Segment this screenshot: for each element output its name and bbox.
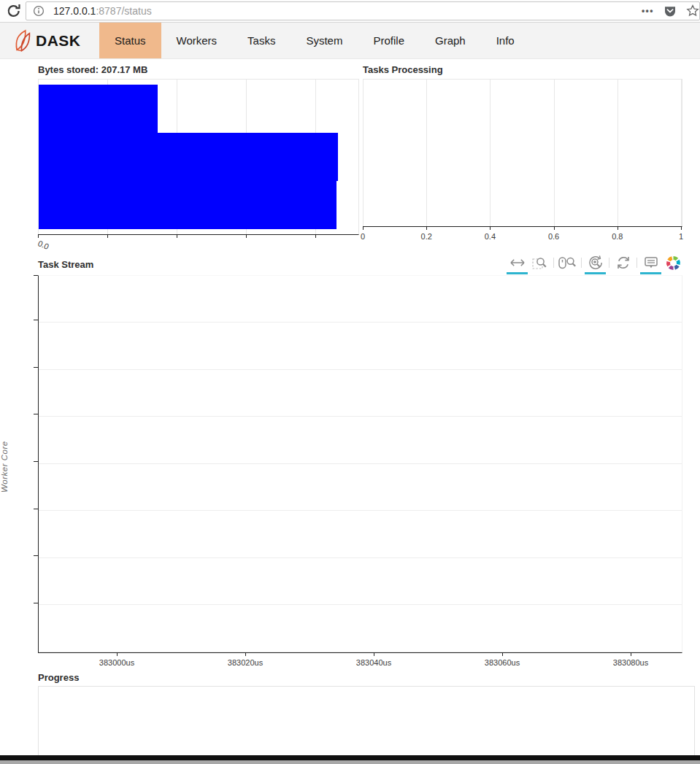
task-stream-title: Task Stream (38, 259, 93, 270)
tab-graph[interactable]: Graph (420, 23, 481, 58)
pocket-icon[interactable] (664, 4, 677, 18)
zoom-in-tool-button[interactable] (586, 255, 604, 271)
axis-tick-label: 0 (361, 232, 365, 241)
stored-bytes-bar (39, 85, 158, 133)
bookmark-star-icon[interactable] (686, 4, 699, 18)
axis-tick-label: 383040us (356, 658, 391, 667)
url-text[interactable]: 127.0.0.1:8787/status (53, 5, 642, 17)
axis-tick (38, 234, 39, 238)
axis-tick (34, 603, 38, 603)
reset-icon (616, 255, 631, 270)
url-host: 127.0.0.1 (53, 5, 96, 17)
browser-toolbar: 127.0.0.1:8787/status ••• (0, 0, 700, 23)
axis-tick (34, 509, 38, 509)
box-zoom-icon (532, 255, 547, 271)
toolbar-separator (553, 258, 554, 268)
toolbar-separator (581, 258, 582, 268)
tab-tasks[interactable]: Tasks (232, 23, 291, 58)
axis-tick (618, 226, 618, 230)
axis-tick (34, 555, 38, 556)
axis-tick (245, 652, 246, 656)
bytes-stored-bars (39, 85, 358, 229)
bokeh-logo-icon (666, 255, 681, 271)
page-actions: ••• (642, 4, 699, 18)
axis-tick (34, 461, 38, 462)
bytes-stored-xaxis: 0.0 (38, 234, 358, 256)
hover-tool-button[interactable] (642, 255, 660, 271)
nav-tabs: StatusWorkersTasksSystemProfileGraphInfo (99, 23, 530, 58)
tab-system[interactable]: System (291, 23, 358, 58)
toolbar-separator (609, 258, 609, 268)
axis-tick (315, 234, 316, 238)
axis-tick-label: 0.6 (548, 232, 559, 241)
bytes-stored-chart (38, 79, 359, 235)
tasks-processing-chart (363, 79, 682, 227)
axis-tick-label: 0.0 (36, 239, 50, 251)
progress-title: Progress (38, 672, 79, 683)
axis-tick-label: 383000us (99, 658, 134, 667)
reload-button[interactable] (6, 3, 22, 19)
axis-tick-label: 0.4 (485, 232, 496, 241)
stored-bytes-bar (39, 133, 338, 181)
url-bar[interactable]: 127.0.0.1:8787/status ••• (26, 1, 700, 20)
browser-window: 127.0.0.1:8787/status ••• (0, 0, 700, 764)
stored-bytes-bar (39, 181, 336, 229)
task-stream-chart[interactable] (38, 275, 682, 653)
axis-tick (34, 320, 38, 320)
wheel-zoom-icon (558, 255, 577, 270)
axis-tick (117, 652, 118, 656)
dask-logo-text: DASK (36, 32, 81, 50)
toolbar-separator (636, 258, 637, 268)
axis-tick-label: 383080us (613, 658, 648, 667)
axis-tick-label: 0.8 (612, 232, 623, 241)
dask-logo[interactable]: DASK (0, 23, 99, 58)
zoom-in-icon (588, 255, 604, 271)
url-path: :8787/status (96, 5, 151, 17)
box-zoom-tool-button[interactable] (531, 255, 549, 271)
axis-tick-label: 0.2 (421, 232, 432, 241)
axis-tick (502, 652, 503, 656)
site-info-icon[interactable] (33, 5, 45, 17)
taskbar-strip (0, 760, 700, 764)
task-stream-xaxis: 383000us383020us383040us383060us383080us (38, 652, 681, 673)
bytes-stored-title: Bytes stored: 207.17 MB (38, 64, 147, 75)
window-bottom-edge (0, 755, 700, 760)
tab-profile[interactable]: Profile (358, 23, 420, 58)
axis-tick (490, 226, 491, 230)
axis-tick-label: 1 (679, 232, 683, 241)
axis-tick (34, 367, 38, 368)
axis-tick (681, 226, 682, 230)
tab-status[interactable]: Status (99, 23, 161, 58)
progress-chart (38, 686, 695, 757)
page-actions-menu-icon[interactable]: ••• (642, 6, 654, 16)
tab-workers[interactable]: Workers (161, 23, 233, 58)
axis-tick-label: 383020us (228, 658, 263, 667)
axis-tick (34, 414, 38, 414)
dask-navbar: DASK StatusWorkersTasksSystemProfileGrap… (0, 23, 700, 59)
wheel-zoom-tool-button[interactable] (558, 255, 577, 271)
bokeh-logo-link[interactable] (664, 255, 682, 271)
tab-info[interactable]: Info (481, 23, 530, 58)
task-stream-yaxis (34, 275, 38, 652)
dask-leaf-icon (12, 28, 34, 53)
axis-tick (363, 226, 364, 230)
axis-tick (426, 226, 427, 230)
reset-tool-button[interactable] (614, 255, 632, 271)
hover-tooltip-icon (644, 255, 658, 270)
axis-tick (34, 275, 38, 276)
reload-icon (6, 3, 22, 19)
tasks-processing-xaxis: 00.20.40.60.81 (363, 226, 681, 245)
axis-tick (246, 234, 247, 238)
axis-tick-label: 383060us (485, 658, 520, 667)
axis-tick (374, 652, 374, 656)
axis-tick (177, 234, 177, 238)
pan-icon (509, 258, 526, 267)
axis-tick (107, 234, 108, 238)
axis-tick (554, 226, 555, 230)
tasks-processing-title: Tasks Processing (363, 64, 443, 75)
task-stream-ylabel: Worker Core (0, 405, 13, 529)
pan-tool-button[interactable] (508, 255, 526, 271)
axis-tick (631, 652, 631, 656)
bokeh-toolbar (508, 253, 682, 272)
